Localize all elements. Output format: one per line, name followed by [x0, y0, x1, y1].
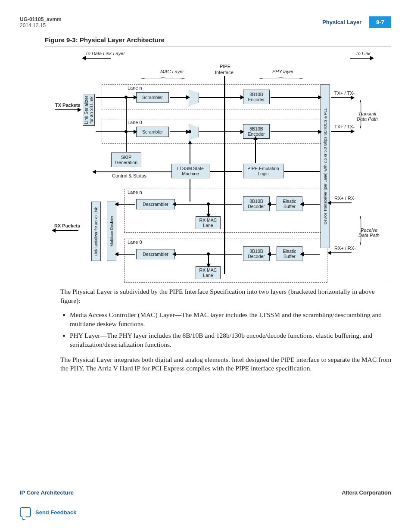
- header-right: Physical Layer 9-7: [322, 16, 391, 28]
- label-pipe: PIPE: [220, 64, 230, 69]
- brace-phy: ⏞: [259, 77, 303, 84]
- label-lane-0-rx: Lane 0: [128, 240, 142, 245]
- label-rx-packets: RX Packets: [54, 223, 80, 228]
- label-to-link: To Link: [355, 51, 371, 56]
- label-lane-n-rx: Lane n: [128, 190, 142, 195]
- label-rxp-n: RX+ / RX-: [334, 196, 356, 201]
- bullet-1: Media Access Controller (MAC) Layer—The …: [70, 311, 392, 329]
- box-8b10b-dec-n: 8B10B Decoder: [243, 196, 270, 211]
- doc-id-block: UG-01105_avmm 2014.12.15: [20, 16, 62, 28]
- box-ltssm: LTSSM State Machine: [171, 164, 209, 178]
- box-transceiver: Device Transceiver (per Lane) with 2.5 o…: [321, 84, 330, 248]
- label-ctrl-status: Control & Status: [112, 173, 146, 178]
- label-phy-layer: PHY layer: [272, 69, 293, 74]
- figure-title: Figure 9-3: Physical Layer Architecture: [45, 36, 391, 44]
- box-8b10b-enc-n: 8B10B Encoder: [243, 90, 270, 104]
- label-pipe-if: Interface: [215, 70, 234, 75]
- brace-mac: ⏞: [141, 77, 185, 84]
- bullet-2: PHY Layer—The PHY layer includes the 8B/…: [70, 331, 392, 349]
- label-tx-path: Transmit Data Path: [357, 111, 378, 121]
- page-header: UG-01105_avmm 2014.12.15 Physical Layer …: [20, 16, 391, 28]
- box-pipe-emu: PIPE Emulation Logic: [243, 164, 283, 178]
- box-descrambler-n: Descrambler: [136, 199, 175, 209]
- physical-layer-diagram: To Data Link Layer To Link MAC Layer PIP…: [60, 51, 371, 279]
- label-mac-layer: MAC Layer: [160, 69, 184, 74]
- label-lane-n-tx: Lane n: [128, 85, 142, 90]
- box-skip-gen: SKIP Generation: [111, 152, 141, 167]
- send-feedback-link[interactable]: Send Feedback: [35, 509, 76, 516]
- box-rx-mac-n: RX MAC Lane: [196, 216, 221, 229]
- box-rx-mac-0: RX MAC Lane: [196, 266, 221, 279]
- para-2: The Physical Layer integrates both digit…: [60, 355, 392, 373]
- label-txp-n: TX+ / TX-: [334, 90, 355, 96]
- box-descrambler-0: Descrambler: [136, 249, 175, 259]
- label-rxp-0: RX+ / RX-: [334, 246, 356, 251]
- box-elastic-0: Elastic Buffer: [277, 246, 302, 261]
- footer-left: IP Core Architecture: [20, 489, 74, 496]
- label-txp-0: TX+ / TX-: [334, 124, 355, 129]
- page-number-badge: 9-7: [369, 16, 391, 28]
- rule-top: [45, 46, 391, 47]
- box-8b10b-dec-0: 8B10B Decoder: [243, 246, 270, 261]
- section-label: Physical Layer: [322, 19, 361, 25]
- label-rx-path: Receive Data Path: [358, 227, 380, 238]
- label-to-dll: To Data Link Layer: [85, 51, 125, 56]
- box-link-serializer-tx: Link Serializer for an x8 Link: [83, 94, 95, 126]
- label-lane-0-tx: Lane 0: [128, 120, 142, 125]
- page-footer: IP Core Architecture Altera Corporation …: [20, 489, 391, 517]
- doc-date: 2014.12.15: [20, 22, 62, 28]
- doc-id: UG-01105_avmm: [20, 16, 62, 22]
- box-scrambler-n: Scrambler: [136, 92, 169, 103]
- box-scrambler-0: Scrambler: [136, 127, 169, 137]
- box-elastic-n: Elastic Buffer: [277, 196, 302, 211]
- feedback-icon[interactable]: [20, 507, 31, 517]
- body-text: The Physical Layer is subdivided by the …: [60, 287, 392, 373]
- footer-right: Altera Corporation: [342, 489, 391, 496]
- box-link-serializer-rx: Link Serializer for an x8 Link: [91, 202, 101, 261]
- para-1: The Physical Layer is subdivided by the …: [60, 287, 392, 305]
- label-tx-packets: TX Packets: [55, 103, 81, 108]
